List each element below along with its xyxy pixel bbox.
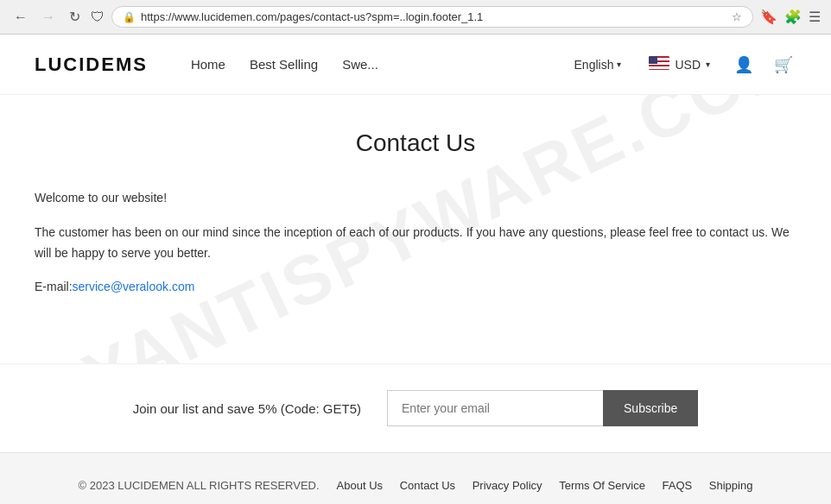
email-label: E-mail: [35, 280, 73, 293]
footer-link-contact-us[interactable]: Contact Us [400, 479, 455, 492]
separator-2 [462, 479, 466, 492]
footer-link-about-us[interactable]: About Us [337, 479, 383, 492]
header-right: English ▾ USD ▾ 👤 🛒 [568, 52, 796, 78]
description-text: The customer has been on our mind since … [35, 223, 796, 264]
nav-item-sweaters[interactable]: Swe... [342, 57, 378, 72]
email-link[interactable]: service@veralook.com [73, 280, 195, 293]
forward-button[interactable]: → [38, 8, 59, 27]
currency-selector[interactable]: USD ▾ [642, 53, 717, 76]
flag-icon [649, 56, 669, 72]
newsletter-section: Join our list and save 5% (Code: GET5) S… [0, 363, 831, 452]
footer-copyright: © 2023 LUCIDEMEN ALL RIGHTS RESERVED. [79, 479, 320, 492]
footer-link-faqs[interactable]: FAQS [663, 479, 693, 492]
bookmark-icon[interactable]: 🔖 [760, 9, 777, 25]
footer-top: © 2023 LUCIDEMEN ALL RIGHTS RESERVED. Ab… [35, 479, 796, 492]
star-icon[interactable]: ☆ [732, 10, 742, 23]
separator-5 [699, 479, 702, 492]
welcome-text: Welcome to our website! [35, 188, 796, 209]
page-main: MYANTISPYWARE.COM Contact Us Welcome to … [0, 95, 831, 363]
chevron-down-icon-currency: ▾ [706, 60, 710, 69]
site-nav: Home Best Selling Swe... [191, 57, 542, 72]
separator-1 [390, 479, 393, 492]
footer-link-terms-of-service[interactable]: Terms Of Service [559, 479, 645, 492]
page-content: Contact Us Welcome to our website! The c… [35, 129, 796, 298]
separator-3 [549, 479, 553, 492]
nav-item-home[interactable]: Home [191, 57, 225, 72]
back-button[interactable]: ← [10, 8, 31, 27]
footer-link-privacy-policy[interactable]: Privacy Policy [473, 479, 542, 492]
site-footer: © 2023 LUCIDEMEN ALL RIGHTS RESERVED. Ab… [0, 452, 831, 504]
newsletter-text: Join our list and save 5% (Code: GET5) [133, 401, 361, 416]
page-title: Contact Us [35, 129, 796, 157]
separator-4 [652, 479, 656, 492]
email-line: E-mail:service@veralook.com [35, 277, 796, 298]
language-selector[interactable]: English ▾ [568, 54, 629, 75]
nav-item-best-selling[interactable]: Best Selling [250, 57, 318, 72]
browser-chrome: ← → ↻ 🛡 🔒 ☆ 🔖 🧩 ☰ [0, 0, 831, 35]
subscribe-button[interactable]: Subscribe [603, 390, 698, 426]
address-bar[interactable]: 🔒 ☆ [111, 6, 753, 28]
language-label: English [574, 58, 614, 72]
newsletter-form: Subscribe [387, 390, 698, 426]
url-input[interactable] [141, 10, 726, 23]
reload-button[interactable]: ↻ [66, 7, 84, 27]
browser-right-icons: 🔖 🧩 ☰ [760, 9, 821, 25]
site-header: LUCIDEMS Home Best Selling Swe... Englis… [0, 35, 831, 95]
account-button[interactable]: 👤 [731, 52, 757, 78]
extensions-icon[interactable]: 🧩 [784, 9, 802, 25]
email-input[interactable] [387, 390, 603, 426]
footer-link-shipping[interactable]: Shipping [709, 479, 753, 492]
site-logo[interactable]: LUCIDEMS [35, 54, 148, 76]
shield-icon: 🛡 [91, 9, 105, 25]
cart-button[interactable]: 🛒 [771, 52, 796, 78]
currency-label: USD [675, 58, 701, 72]
more-icon[interactable]: ☰ [809, 9, 821, 25]
lock-icon: 🔒 [123, 11, 136, 23]
chevron-down-icon: ▾ [617, 60, 621, 69]
